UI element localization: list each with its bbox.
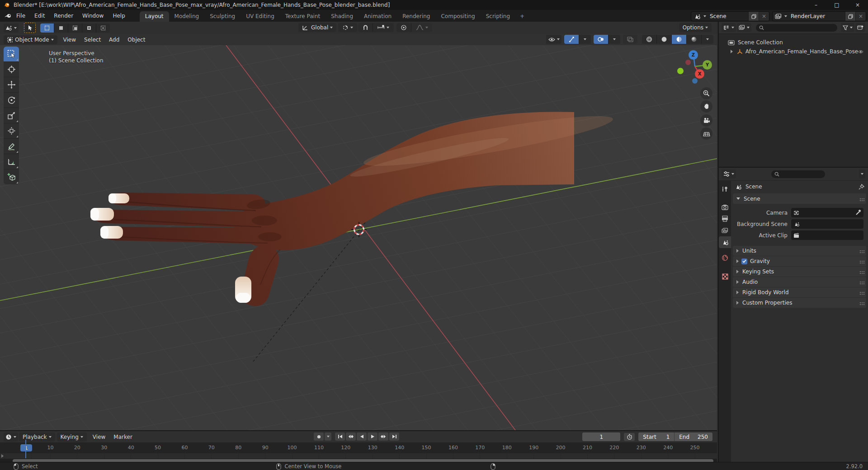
jump-next-keyframe-button[interactable] — [378, 432, 388, 441]
tab-world[interactable] — [719, 252, 731, 263]
menu-object[interactable]: Object — [123, 36, 149, 44]
tool-cursor[interactable] — [4, 62, 19, 77]
tab-output[interactable] — [719, 213, 731, 225]
transform-orientation-dropdown[interactable]: Global — [298, 23, 336, 32]
shading-wireframe-button[interactable] — [642, 35, 657, 44]
scene-collection-label[interactable]: Scene Collection — [738, 39, 783, 46]
menu-window[interactable]: Window — [78, 11, 108, 21]
panel-drag-handle[interactable] — [860, 271, 861, 272]
gravity-panel[interactable]: Gravity — [733, 256, 866, 266]
current-frame-field[interactable]: 1 — [582, 432, 620, 441]
jump-to-start-button[interactable] — [335, 432, 345, 441]
outliner-filter-id-dropdown[interactable] — [737, 23, 751, 32]
outliner-search-input[interactable] — [756, 24, 837, 32]
frame-end-field[interactable]: End250 — [675, 432, 712, 441]
tool-scale[interactable] — [4, 108, 19, 123]
menu-view[interactable]: View — [59, 36, 80, 44]
active-tool-indicator[interactable] — [24, 23, 36, 33]
tab-texture-paint[interactable]: Texture Paint — [280, 11, 326, 22]
play-button[interactable] — [368, 432, 377, 441]
timeline-view-menu[interactable]: View — [89, 433, 109, 441]
tab-compositing[interactable]: Compositing — [435, 11, 480, 22]
visibility-eye-icon[interactable] — [858, 49, 863, 54]
viewport-canvas[interactable] — [0, 45, 717, 430]
renderlayer-name[interactable]: RenderLayer — [787, 13, 845, 19]
hand-model[interactable] — [90, 108, 615, 306]
visibility-dropdown[interactable] — [546, 35, 561, 44]
mode-dropdown[interactable]: Object Mode — [4, 35, 57, 44]
snap-target-dropdown[interactable] — [373, 23, 394, 32]
xray-toggle[interactable] — [623, 35, 637, 44]
tool-transform[interactable] — [4, 123, 19, 139]
proportional-edit-button[interactable] — [396, 23, 411, 32]
orthographic-toggle-button[interactable] — [700, 127, 712, 140]
shading-material-button[interactable] — [672, 35, 687, 44]
tool-add-primitive[interactable] — [4, 169, 19, 184]
tab-tool[interactable] — [719, 183, 731, 195]
frame-start-field[interactable]: Start1 — [638, 432, 675, 441]
timeline-track-area[interactable] — [0, 453, 717, 459]
panel-drag-handle[interactable] — [860, 261, 861, 262]
rigid-body-world-panel[interactable]: Rigid Body World — [733, 287, 866, 297]
units-panel[interactable]: Units — [733, 246, 866, 256]
gizmo-z-axis[interactable]: Z — [689, 50, 698, 60]
add-workspace-button[interactable]: + — [515, 11, 529, 22]
panel-drag-handle[interactable] — [860, 302, 861, 303]
tab-sculpting[interactable]: Sculpting — [204, 11, 241, 22]
tab-scripting[interactable]: Scripting — [481, 11, 515, 22]
menu-help[interactable]: Help — [108, 11, 129, 21]
timeline-marker-menu[interactable]: Marker — [109, 433, 136, 441]
tab-modeling[interactable]: Modeling — [169, 11, 205, 22]
active-clip-field[interactable] — [791, 230, 863, 240]
tab-uv-editing[interactable]: UV Editing — [241, 11, 280, 22]
shading-rendered-button[interactable] — [687, 35, 702, 44]
renderlayer-selector[interactable]: RenderLayer × — [772, 11, 866, 21]
menu-select[interactable]: Select — [80, 36, 105, 44]
playhead[interactable] — [25, 440, 26, 458]
timeline-ruler[interactable]: 1020304050607080901001101201301401501601… — [0, 443, 717, 453]
timeline-editor-type-button[interactable] — [4, 432, 18, 442]
tab-shading[interactable]: Shading — [326, 11, 359, 22]
tool-rotate[interactable] — [4, 93, 19, 108]
tool-select-box[interactable] — [4, 47, 19, 62]
tool-measure[interactable] — [4, 154, 19, 169]
scene-panel-header[interactable]: Scene — [733, 193, 866, 204]
properties-editor-type-button[interactable] — [722, 169, 736, 179]
menu-render[interactable]: Render — [49, 11, 78, 21]
snap-toggle-button[interactable] — [358, 23, 373, 32]
pin-icon[interactable] — [859, 184, 864, 190]
renderlayer-new-copy-button[interactable] — [845, 12, 855, 21]
camera-view-button[interactable] — [700, 114, 712, 127]
minimize-button[interactable]: – — [806, 0, 826, 10]
zoom-button[interactable] — [700, 87, 712, 99]
gizmo-y-axis[interactable]: Y — [703, 60, 712, 70]
background-scene-field[interactable] — [791, 219, 863, 229]
scene-name[interactable]: Scene — [706, 13, 748, 19]
tab-texture[interactable] — [719, 271, 731, 282]
options-button[interactable]: Options — [679, 23, 712, 32]
gravity-checkbox[interactable] — [741, 258, 747, 264]
tool-annotate[interactable] — [4, 139, 19, 154]
keying-sets-panel[interactable]: Keying Sets — [733, 267, 866, 277]
outliner-row-object[interactable]: Afro_American_Female_Hands_Base_Pose — [719, 47, 868, 56]
use-preview-range-button[interactable] — [624, 433, 635, 441]
navigation-gizmo[interactable]: Z Y X — [676, 47, 716, 87]
panel-drag-handle[interactable] — [860, 250, 861, 251]
overlays-dropdown[interactable] — [609, 35, 620, 44]
scene-unlink-button[interactable]: × — [759, 12, 769, 21]
current-frame-badge[interactable]: 1 — [20, 444, 32, 451]
playback-menu[interactable]: Playback — [19, 432, 55, 442]
object-label[interactable]: Afro_American_Female_Hands_Base_Pose — [745, 48, 858, 55]
gizmos-dropdown[interactable] — [579, 35, 591, 44]
scene-selector[interactable]: Scene × — [691, 11, 769, 21]
audio-panel[interactable]: Audio — [733, 277, 866, 287]
select-mode-subtract-button[interactable] — [68, 24, 82, 33]
keying-menu[interactable]: Keying — [57, 432, 87, 442]
auto-keying-button[interactable] — [314, 432, 324, 441]
outliner-display-mode-dropdown[interactable] — [722, 23, 736, 32]
panel-drag-handle[interactable] — [860, 282, 861, 282]
overlays-toggle[interactable] — [594, 35, 609, 44]
shading-dropdown[interactable] — [702, 35, 713, 44]
eyedropper-icon[interactable] — [855, 210, 861, 216]
outliner-filter-dropdown[interactable] — [841, 23, 854, 32]
